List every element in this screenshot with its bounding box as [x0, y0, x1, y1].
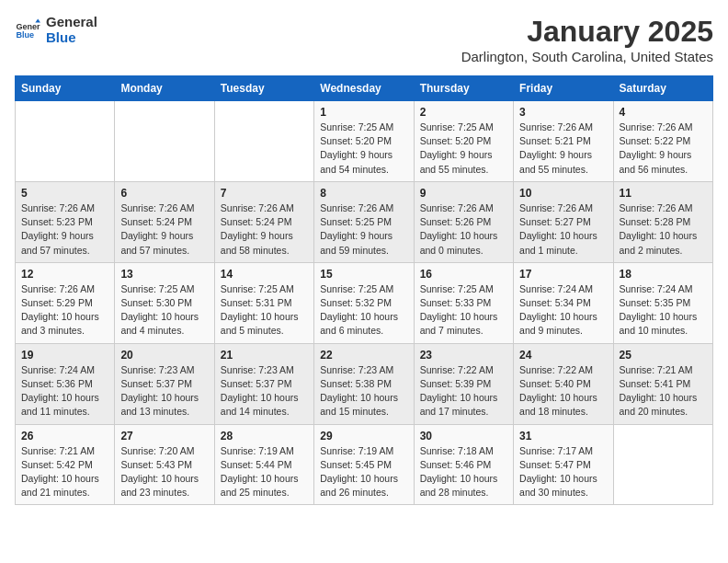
day-number: 12 [21, 268, 108, 281]
day-number: 28 [221, 430, 308, 442]
calendar-cell: 17Sunrise: 7:24 AM Sunset: 5:34 PM Dayli… [514, 262, 613, 343]
week-row-5: 26Sunrise: 7:21 AM Sunset: 5:42 PM Dayli… [16, 424, 713, 505]
calendar-cell: 4Sunrise: 7:26 AM Sunset: 5:22 PM Daylig… [613, 101, 712, 182]
calendar-cell: 2Sunrise: 7:25 AM Sunset: 5:20 PM Daylig… [414, 101, 513, 182]
day-number: 19 [21, 349, 108, 362]
day-number: 16 [420, 268, 507, 281]
calendar-cell: 23Sunrise: 7:22 AM Sunset: 5:39 PM Dayli… [414, 343, 513, 424]
day-info: Sunrise: 7:20 AM Sunset: 5:43 PM Dayligh… [120, 444, 208, 500]
day-number: 1 [320, 106, 407, 119]
logo-general: General [46, 15, 97, 30]
day-info: Sunrise: 7:21 AM Sunset: 5:42 PM Dayligh… [21, 444, 108, 500]
day-number: 26 [21, 430, 108, 442]
calendar-cell: 3Sunrise: 7:26 AM Sunset: 5:21 PM Daylig… [514, 101, 613, 182]
week-row-1: 1Sunrise: 7:25 AM Sunset: 5:20 PM Daylig… [16, 101, 713, 182]
day-number: 3 [519, 106, 607, 119]
day-number: 20 [120, 349, 208, 362]
day-number: 6 [120, 187, 208, 200]
day-info: Sunrise: 7:23 AM Sunset: 5:38 PM Dayligh… [320, 363, 407, 419]
day-info: Sunrise: 7:25 AM Sunset: 5:32 PM Dayligh… [320, 282, 407, 339]
calendar-cell: 12Sunrise: 7:26 AM Sunset: 5:29 PM Dayli… [16, 262, 115, 343]
day-number: 9 [420, 187, 507, 200]
calendar-cell: 31Sunrise: 7:17 AM Sunset: 5:47 PM Dayli… [514, 424, 613, 505]
day-info: Sunrise: 7:18 AM Sunset: 5:46 PM Dayligh… [420, 444, 507, 500]
calendar-cell: 20Sunrise: 7:23 AM Sunset: 5:37 PM Dayli… [115, 343, 214, 424]
calendar-cell: 26Sunrise: 7:21 AM Sunset: 5:42 PM Dayli… [16, 424, 115, 505]
calendar-cell: 24Sunrise: 7:22 AM Sunset: 5:40 PM Dayli… [514, 343, 613, 424]
day-number: 17 [519, 268, 607, 281]
day-info: Sunrise: 7:26 AM Sunset: 5:24 PM Dayligh… [221, 201, 308, 258]
day-info: Sunrise: 7:25 AM Sunset: 5:31 PM Dayligh… [221, 282, 308, 339]
day-number: 21 [221, 349, 308, 362]
calendar-cell: 29Sunrise: 7:19 AM Sunset: 5:45 PM Dayli… [314, 424, 414, 505]
calendar-cell: 13Sunrise: 7:25 AM Sunset: 5:30 PM Dayli… [115, 262, 214, 343]
day-number: 29 [320, 430, 407, 442]
calendar-cell [214, 101, 313, 182]
day-info: Sunrise: 7:25 AM Sunset: 5:20 PM Dayligh… [320, 121, 407, 177]
calendar-cell: 10Sunrise: 7:26 AM Sunset: 5:27 PM Dayli… [514, 181, 613, 262]
day-number: 18 [620, 268, 707, 281]
week-row-2: 5Sunrise: 7:26 AM Sunset: 5:23 PM Daylig… [16, 181, 713, 262]
day-info: Sunrise: 7:26 AM Sunset: 5:29 PM Dayligh… [21, 282, 108, 339]
day-info: Sunrise: 7:26 AM Sunset: 5:22 PM Dayligh… [620, 121, 707, 177]
day-number: 2 [420, 106, 507, 119]
calendar-cell: 7Sunrise: 7:26 AM Sunset: 5:24 PM Daylig… [214, 181, 313, 262]
day-info: Sunrise: 7:25 AM Sunset: 5:33 PM Dayligh… [420, 282, 507, 339]
day-info: Sunrise: 7:25 AM Sunset: 5:30 PM Dayligh… [120, 282, 208, 339]
day-info: Sunrise: 7:22 AM Sunset: 5:40 PM Dayligh… [519, 363, 607, 419]
day-info: Sunrise: 7:17 AM Sunset: 5:47 PM Dayligh… [519, 444, 607, 500]
day-info: Sunrise: 7:23 AM Sunset: 5:37 PM Dayligh… [221, 363, 308, 419]
calendar-cell [115, 101, 214, 182]
location-subtitle: Darlington, South Carolina, United State… [461, 49, 713, 64]
svg-text:General: General [16, 21, 40, 30]
day-number: 22 [320, 349, 407, 362]
day-info: Sunrise: 7:24 AM Sunset: 5:35 PM Dayligh… [620, 282, 707, 339]
calendar-cell: 16Sunrise: 7:25 AM Sunset: 5:33 PM Dayli… [414, 262, 513, 343]
calendar-cell: 9Sunrise: 7:26 AM Sunset: 5:26 PM Daylig… [414, 181, 513, 262]
svg-marker-2 [35, 18, 40, 22]
day-number: 10 [519, 187, 607, 200]
day-info: Sunrise: 7:26 AM Sunset: 5:25 PM Dayligh… [320, 201, 407, 258]
calendar-cell: 27Sunrise: 7:20 AM Sunset: 5:43 PM Dayli… [115, 424, 214, 505]
calendar-cell: 28Sunrise: 7:19 AM Sunset: 5:44 PM Dayli… [214, 424, 313, 505]
calendar-cell: 8Sunrise: 7:26 AM Sunset: 5:25 PM Daylig… [314, 181, 414, 262]
header-day-saturday: Saturday [613, 76, 712, 101]
header-day-sunday: Sunday [16, 76, 115, 101]
week-row-4: 19Sunrise: 7:24 AM Sunset: 5:36 PM Dayli… [16, 343, 713, 424]
day-number: 23 [420, 349, 507, 362]
day-info: Sunrise: 7:26 AM Sunset: 5:23 PM Dayligh… [21, 201, 108, 258]
calendar-cell [613, 424, 712, 505]
header-row: SundayMondayTuesdayWednesdayThursdayFrid… [16, 76, 713, 101]
day-info: Sunrise: 7:25 AM Sunset: 5:20 PM Dayligh… [420, 121, 507, 177]
day-info: Sunrise: 7:24 AM Sunset: 5:34 PM Dayligh… [519, 282, 607, 339]
day-number: 15 [320, 268, 407, 281]
day-number: 11 [620, 187, 707, 200]
header-day-thursday: Thursday [414, 76, 513, 101]
logo-blue: Blue [46, 30, 97, 46]
header-day-friday: Friday [514, 76, 613, 101]
calendar-cell: 14Sunrise: 7:25 AM Sunset: 5:31 PM Dayli… [214, 262, 313, 343]
day-info: Sunrise: 7:26 AM Sunset: 5:26 PM Dayligh… [420, 201, 507, 258]
logo-icon: General Blue [15, 17, 40, 43]
day-info: Sunrise: 7:24 AM Sunset: 5:36 PM Dayligh… [21, 363, 108, 419]
calendar-cell: 15Sunrise: 7:25 AM Sunset: 5:32 PM Dayli… [314, 262, 414, 343]
day-info: Sunrise: 7:22 AM Sunset: 5:39 PM Dayligh… [420, 363, 507, 419]
day-info: Sunrise: 7:26 AM Sunset: 5:21 PM Dayligh… [519, 121, 607, 177]
calendar-cell: 21Sunrise: 7:23 AM Sunset: 5:37 PM Dayli… [214, 343, 313, 424]
day-number: 8 [320, 187, 407, 200]
day-number: 13 [120, 268, 208, 281]
day-info: Sunrise: 7:21 AM Sunset: 5:41 PM Dayligh… [620, 363, 707, 419]
calendar-cell: 22Sunrise: 7:23 AM Sunset: 5:38 PM Dayli… [314, 343, 414, 424]
calendar-cell: 6Sunrise: 7:26 AM Sunset: 5:24 PM Daylig… [115, 181, 214, 262]
day-number: 5 [21, 187, 108, 200]
calendar-cell: 19Sunrise: 7:24 AM Sunset: 5:36 PM Dayli… [16, 343, 115, 424]
day-info: Sunrise: 7:26 AM Sunset: 5:24 PM Dayligh… [120, 201, 208, 258]
header-day-tuesday: Tuesday [214, 76, 313, 101]
day-number: 7 [221, 187, 308, 200]
calendar-cell: 18Sunrise: 7:24 AM Sunset: 5:35 PM Dayli… [613, 262, 712, 343]
day-number: 24 [519, 349, 607, 362]
day-info: Sunrise: 7:19 AM Sunset: 5:45 PM Dayligh… [320, 444, 407, 500]
title-area: January 2025 Darlington, South Carolina,… [461, 15, 713, 64]
calendar-cell: 25Sunrise: 7:21 AM Sunset: 5:41 PM Dayli… [613, 343, 712, 424]
calendar-cell: 5Sunrise: 7:26 AM Sunset: 5:23 PM Daylig… [16, 181, 115, 262]
